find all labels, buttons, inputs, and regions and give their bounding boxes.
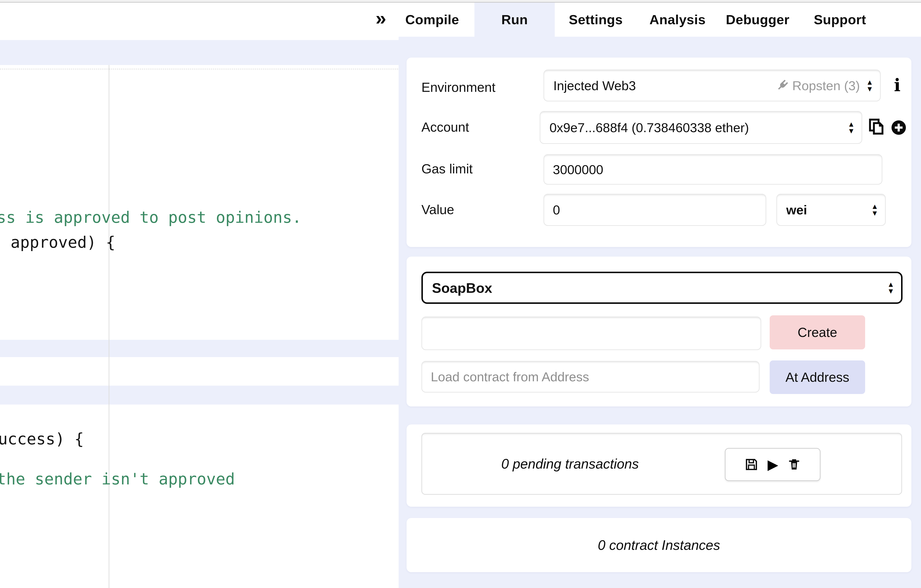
spinner-icon: ▲▼ [848, 121, 855, 134]
at-address-button[interactable]: At Address [770, 361, 865, 394]
collapse-panel-icon[interactable]: » [371, 3, 391, 37]
spinner-icon: ▲▼ [866, 79, 873, 92]
code-line-comment: the sender isn't approved [0, 468, 235, 490]
spinner-icon: ▲▼ [887, 281, 894, 294]
code-editor[interactable]: ss is approved to post opinions. approve… [0, 37, 399, 588]
environment-select[interactable]: Injected Web3 Ropsten (3) ▲▼ [543, 70, 881, 101]
editor-highlight-band [0, 340, 399, 357]
constructor-args-input[interactable] [422, 326, 760, 341]
editor-highlight-band [0, 386, 399, 404]
remix-ide-screen: » Compile Run Settings Analysis Debugger… [0, 0, 921, 588]
environment-value: Injected Web3 [553, 78, 636, 93]
value-label: Value [421, 202, 454, 217]
value-unit-select[interactable]: wei ▲▼ [776, 194, 886, 226]
load-address-input[interactable] [422, 369, 759, 384]
info-icon[interactable]: i [890, 73, 905, 97]
environment-settings-card: Environment Injected Web3 Ropsten (3) ▲▼ [407, 58, 911, 247]
play-icon[interactable]: ▶ [768, 458, 778, 471]
account-select[interactable]: 0x9e7...688f4 (0.738460338 ether) ▲▼ [540, 111, 862, 144]
plugin-tab-bar: » Compile Run Settings Analysis Debugger… [0, 3, 921, 37]
environment-label: Environment [421, 80, 496, 95]
editor-indent-guide [109, 65, 109, 588]
contract-select[interactable]: SoapBox ▲▼ [421, 272, 903, 304]
value-unit: wei [786, 202, 807, 217]
save-icon[interactable] [744, 458, 758, 471]
load-address-input-wrap [421, 361, 760, 393]
code-line-comment: ss is approved to post opinions. [0, 207, 302, 228]
pending-transactions-status: 0 pending transactions [501, 434, 639, 494]
pending-transactions-box: 0 pending transactions ▶ [421, 433, 902, 495]
contract-instances-card: 0 contract Instances [407, 518, 911, 572]
gas-limit-label: Gas limit [421, 161, 473, 177]
editor-dotted-border [0, 68, 399, 70]
value-input[interactable] [544, 202, 766, 217]
value-input-wrap [543, 194, 766, 226]
copy-account-icon[interactable] [867, 115, 887, 139]
contract-deploy-card: SoapBox ▲▼ Create At Address [407, 257, 911, 406]
tab-compile[interactable]: Compile [396, 3, 468, 37]
contract-instances-status: 0 contract Instances [407, 518, 911, 572]
network-name: Ropsten (3) [792, 78, 860, 93]
code-line: uccess) { [0, 428, 84, 450]
tab-support[interactable]: Support [804, 3, 875, 37]
gas-limit-input[interactable] [544, 162, 882, 177]
window-top-strip [0, 0, 921, 3]
spinner-icon: ▲▼ [871, 203, 878, 216]
run-tab-panel: Environment Injected Web3 Ropsten (3) ▲▼ [399, 37, 921, 588]
tab-debugger[interactable]: Debugger [717, 3, 799, 37]
transactions-toolbar: ▶ [725, 448, 820, 481]
tab-analysis[interactable]: Analysis [642, 3, 713, 37]
code-line: approved) { [11, 232, 116, 253]
pending-transactions-card: 0 pending transactions ▶ [407, 424, 911, 507]
create-button[interactable]: Create [770, 315, 865, 349]
trash-icon[interactable] [788, 458, 801, 471]
gas-limit-input-wrap [543, 154, 882, 185]
tab-settings[interactable]: Settings [560, 3, 631, 37]
account-value: 0x9e7...688f4 (0.738460338 ether) [550, 120, 749, 135]
account-label: Account [421, 119, 469, 135]
plug-icon [775, 79, 789, 92]
editor-highlight-band [0, 40, 399, 65]
contract-name: SoapBox [432, 280, 492, 296]
constructor-args-input-wrap [421, 317, 761, 350]
tab-run[interactable]: Run [474, 3, 555, 37]
add-account-icon[interactable] [888, 115, 909, 140]
